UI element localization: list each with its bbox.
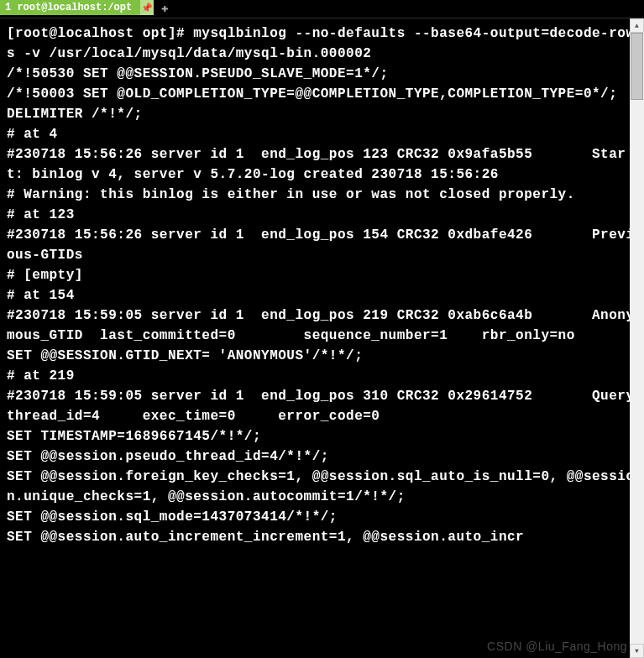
titlebar: 1 root@localhost:/opt 📌 ✚ [0, 0, 644, 18]
scroll-up-button[interactable]: ▲ [630, 18, 644, 33]
watermark-text: CSDN @Liu_Fang_Hong [487, 640, 627, 653]
chevron-up-icon: ▲ [635, 22, 639, 29]
scroll-thumb[interactable] [631, 33, 643, 100]
pin-icon[interactable]: 📌 [140, 0, 154, 15]
scroll-down-button[interactable]: ▼ [630, 644, 644, 658]
chevron-down-icon: ▼ [635, 647, 639, 655]
add-tab-button[interactable]: ✚ [157, 0, 172, 15]
terminal-output[interactable]: [root@localhost opt]# mysqlbinlog --no-d… [0, 18, 644, 552]
plus-icon: ✚ [161, 1, 168, 15]
vertical-scrollbar[interactable]: ▲ ▼ [630, 18, 644, 658]
terminal-tab[interactable]: 1 root@localhost:/opt [0, 0, 140, 15]
tab-label: 1 root@localhost:/opt [5, 2, 132, 13]
